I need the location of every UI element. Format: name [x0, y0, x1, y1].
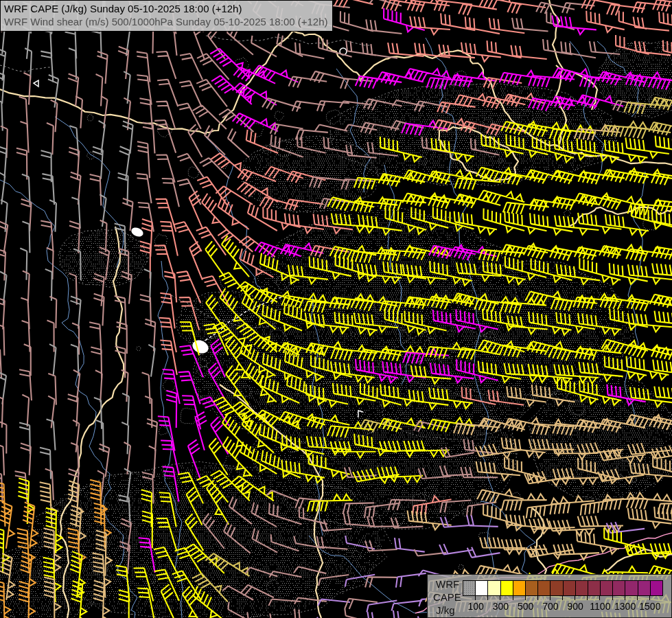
- colorbar-tick: [637, 595, 638, 600]
- cape-swatch-15: [651, 581, 662, 595]
- cape-swatch-1: [476, 581, 488, 595]
- cape-swatch-10: [588, 581, 601, 595]
- cape-swatch-2: [488, 581, 500, 595]
- title-windshear: WRF Wind shear (m/s) 500/1000hPa Sunday …: [4, 15, 328, 28]
- cape-swatch-11: [601, 581, 613, 595]
- title-cape: WRF CAPE (J/kg) Sunday 05-10-2025 18:00 …: [4, 2, 328, 15]
- cape-swatch-3: [501, 581, 513, 595]
- cape-swatch-13: [625, 581, 638, 595]
- cape-swatch-7: [551, 581, 563, 595]
- map-title-box: WRF CAPE (J/kg) Sunday 05-10-2025 18:00 …: [0, 0, 333, 32]
- colorbar-tick: [649, 595, 650, 600]
- colorbar-tick: [575, 595, 575, 600]
- cape-swatch-8: [564, 581, 576, 595]
- cape-swatch-4: [513, 581, 526, 595]
- colorbar-tick-label: 100: [467, 601, 483, 612]
- colorbar-tick-label: 900: [567, 601, 583, 612]
- colorbar-tick: [625, 595, 625, 600]
- legend-variable-label: CAPE: [433, 591, 461, 603]
- cape-swatch-9: [576, 581, 588, 595]
- cape-swatch-6: [538, 581, 551, 595]
- cape-swatch-14: [638, 581, 651, 595]
- colorbar-tick-label: 700: [542, 601, 558, 612]
- colorbar-tick-label: 1500: [639, 601, 660, 612]
- colorbar-tick-label: 300: [493, 601, 509, 612]
- colorbar-tick: [487, 595, 488, 600]
- cape-swatch-0: [463, 581, 476, 595]
- colorbar-tick: [537, 595, 538, 600]
- legend-model-label: WRF: [436, 578, 459, 590]
- colorbar-tick-label: 1300: [614, 601, 636, 612]
- cape-colorbar: [463, 580, 663, 596]
- colorbar-tick: [513, 595, 513, 600]
- colorbar-tick: [500, 595, 500, 600]
- weather-map-canvas: [0, 0, 672, 618]
- colorbar-tick: [599, 595, 600, 600]
- cape-legend: WRF CAPE J/kg 10030050070090011001300150…: [427, 574, 672, 618]
- colorbar-tick: [475, 595, 476, 600]
- colorbar-tick-label: 1100: [590, 601, 610, 612]
- cape-swatch-5: [526, 581, 538, 595]
- colorbar-tick: [525, 595, 526, 600]
- colorbar-tick: [612, 595, 613, 600]
- colorbar-tick: [587, 595, 588, 600]
- colorbar-tick-label: 500: [518, 601, 533, 612]
- colorbar-tick: [562, 595, 563, 600]
- legend-units-label: J/kg: [436, 604, 455, 616]
- weather-map-screen: WRF CAPE (J/kg) Sunday 05-10-2025 18:00 …: [0, 0, 672, 618]
- cape-swatch-12: [613, 581, 625, 595]
- colorbar-tick: [550, 595, 551, 600]
